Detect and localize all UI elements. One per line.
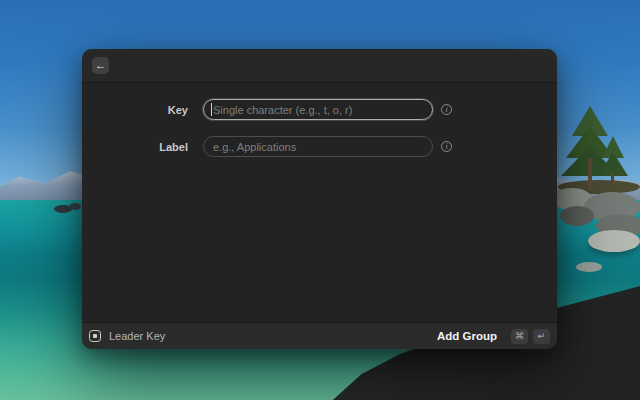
info-icon[interactable]: i	[441, 104, 452, 115]
pine-tree-trunk	[588, 158, 592, 190]
back-button[interactable]: ←	[92, 57, 109, 74]
back-arrow-icon: ←	[95, 60, 106, 71]
add-group-button[interactable]: Add Group	[437, 330, 497, 342]
text-cursor	[211, 103, 212, 116]
wallpaper-boulder	[588, 230, 640, 252]
wallpaper-boulder	[576, 262, 602, 272]
wallpaper-rock	[69, 203, 81, 210]
dialog-header: ←	[82, 49, 557, 83]
command-key-icon[interactable]: ⌘	[511, 329, 528, 344]
app-badge: Leader Key	[89, 330, 165, 342]
label-input-wrap	[203, 136, 433, 157]
add-group-dialog: ← Key i Label i	[82, 49, 557, 349]
footer-actions: Add Group ⌘ ↵	[437, 329, 550, 344]
info-icon[interactable]: i	[441, 141, 452, 152]
wallpaper-boulder	[560, 206, 594, 226]
dialog-body: Key i Label i	[82, 83, 557, 322]
key-input-wrap	[203, 99, 433, 120]
pine-tree-trunk	[611, 172, 614, 188]
label-field-label: Label	[82, 141, 188, 153]
key-form-row: Key i	[82, 99, 557, 120]
label-form-row: Label i	[82, 136, 557, 157]
dialog-footer: Leader Key Add Group ⌘ ↵	[82, 322, 557, 349]
keycap-dot-icon	[93, 334, 97, 338]
key-field-label: Key	[82, 104, 188, 116]
label-input[interactable]	[203, 136, 433, 157]
return-key-icon[interactable]: ↵	[533, 329, 550, 344]
leader-key-app-icon	[89, 330, 101, 342]
app-name: Leader Key	[109, 330, 165, 342]
key-input[interactable]	[203, 99, 433, 120]
